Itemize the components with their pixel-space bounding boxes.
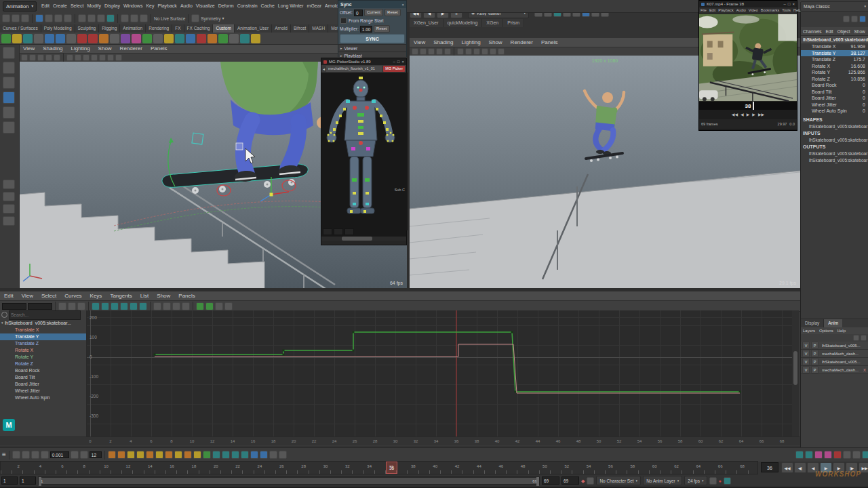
frame-playback-icon[interactable] xyxy=(205,302,214,310)
shelf-tab[interactable]: MASH xyxy=(309,24,328,33)
graph-menu-item[interactable]: Keys xyxy=(86,291,106,300)
tangent-step-icon[interactable] xyxy=(241,451,249,459)
channel-row[interactable]: Translate X 91.969 xyxy=(801,43,868,50)
sub-character-label[interactable]: Sub C xyxy=(395,188,405,192)
shelf-tab[interactable]: FX xyxy=(172,24,184,33)
shelf-icon[interactable] xyxy=(12,34,22,43)
close-icon[interactable]: × xyxy=(401,3,404,7)
output-node[interactable]: lhSkateboard_v005:skateboar xyxy=(801,157,868,164)
graph-area[interactable]: 200 100 0 -100 -200 -300 xyxy=(87,310,792,436)
graph-channel-row[interactable]: Board Tilt xyxy=(0,374,86,381)
channel-row[interactable]: Wheel Auto Spin 0 xyxy=(801,108,868,115)
frame-range-icon[interactable] xyxy=(862,451,868,459)
buffer-curve-icon[interactable] xyxy=(153,302,161,310)
clamped-tangent-icon[interactable] xyxy=(101,302,109,310)
shape-node[interactable]: lhSkateboard_v005:skateboar xyxy=(801,123,868,130)
graph-menu-item[interactable]: Edit xyxy=(0,291,18,300)
object-mode-icon[interactable] xyxy=(54,14,62,22)
shelf-tab[interactable]: Bifrost xyxy=(291,24,309,33)
plateau-tangent-icon[interactable] xyxy=(139,302,147,310)
swap-buffer-icon[interactable] xyxy=(163,302,171,310)
select-camera-icon[interactable] xyxy=(21,54,28,61)
menu-item[interactable]: Visualize xyxy=(194,0,216,12)
animation-start-field[interactable]: 1 xyxy=(1,476,18,485)
anim-layer-menu-item[interactable]: Options xyxy=(817,329,835,333)
lock-camera-icon[interactable] xyxy=(420,48,427,55)
zoom-timeline-icon[interactable] xyxy=(852,451,861,459)
video-menu-item[interactable]: Bookmarks xyxy=(760,7,781,14)
stacked-curves-icon[interactable] xyxy=(71,451,79,459)
select-tool-icon[interactable] xyxy=(3,47,15,59)
anim-layer-row[interactable]: V P mechaMech_dash... X xyxy=(801,366,868,374)
viewport-menu-item[interactable]: Show xyxy=(94,44,116,53)
multiplier-field[interactable]: 1.00 xyxy=(360,26,372,33)
menu-item[interactable]: Key xyxy=(144,0,156,12)
layer-visibility-toggle[interactable]: V xyxy=(802,358,810,365)
textured-icon[interactable] xyxy=(473,48,480,55)
current-time-marker[interactable]: 36 xyxy=(386,462,397,474)
playback-end-field[interactable]: 69 xyxy=(542,476,559,485)
attribute-editor-toggle-icon[interactable] xyxy=(843,16,850,22)
graph-channel-row[interactable]: Board Jitter xyxy=(0,381,86,388)
shelf-tab[interactable]: XGen xyxy=(482,19,503,27)
current-button[interactable]: Current xyxy=(364,9,383,16)
prev-key-button[interactable]: ◀| xyxy=(794,462,806,473)
viewport-menu-item[interactable]: View xyxy=(410,38,429,47)
layer-playback-toggle[interactable]: P xyxy=(811,350,818,357)
snap-grid-icon[interactable] xyxy=(78,14,86,22)
layout-single-pane-icon[interactable] xyxy=(3,180,15,189)
time-slider[interactable]: 2468101214161820222426283032343638404244… xyxy=(0,461,758,474)
menu-item[interactable]: Playback xyxy=(156,0,178,12)
step-field[interactable]: 12 xyxy=(90,451,102,458)
shelf-icon[interactable] xyxy=(56,34,65,43)
ik-handle-icon[interactable] xyxy=(260,451,268,459)
anim-layer-selector[interactable]: No Anim Layer ▾ xyxy=(643,476,682,485)
graph-channel-row[interactable]: Translate Z xyxy=(0,340,86,347)
channel-value[interactable]: 0 xyxy=(863,82,865,89)
viewport-menu-item[interactable]: Panels xyxy=(146,44,171,53)
mg-picker-button[interactable]: MG Picker xyxy=(383,66,405,72)
channel-value[interactable]: 0 xyxy=(863,108,865,115)
image-plane-icon[interactable] xyxy=(444,48,451,55)
close-icon[interactable]: × xyxy=(792,2,795,6)
goto-end-icon[interactable]: ▶▶ xyxy=(758,113,764,117)
maximize-icon[interactable]: □ xyxy=(397,60,400,64)
graph-menu-item[interactable]: Tangents xyxy=(106,291,136,300)
shelf-icon[interactable] xyxy=(175,34,184,43)
anim-layer-row[interactable]: V P lhSkateboard_v005... xyxy=(801,342,868,350)
shaded-icon[interactable] xyxy=(465,48,472,55)
select-camera-icon[interactable] xyxy=(412,48,418,55)
shelf-icon[interactable] xyxy=(1,34,11,43)
render-icon[interactable] xyxy=(130,14,138,22)
graph-channel-row[interactable]: Rotate Y xyxy=(0,354,86,361)
picker-field[interactable] xyxy=(323,228,332,235)
channel-row[interactable]: Translate Y 38.127 xyxy=(801,50,868,57)
insert-keys-icon[interactable] xyxy=(68,302,76,310)
tab-display[interactable]: Display xyxy=(801,319,824,327)
channel-box-menu-item[interactable]: Show xyxy=(852,29,867,34)
ghost-after-icon[interactable] xyxy=(117,451,125,459)
snap-keys-icon[interactable] xyxy=(12,451,20,459)
channel-value[interactable]: 16.608 xyxy=(851,63,865,70)
layout-persp-graph-icon[interactable] xyxy=(3,216,15,226)
construction-history-icon[interactable] xyxy=(121,14,129,22)
wireframe-icon[interactable] xyxy=(457,48,464,55)
channel-row[interactable]: Rotate Z 10.856 xyxy=(801,76,868,83)
character-set-selector[interactable]: No Character Set ▾ xyxy=(596,476,641,485)
bookmarks-icon[interactable] xyxy=(45,54,52,61)
viewport-menu-item[interactable]: Renderer xyxy=(116,44,146,53)
anim-layer-menu-item[interactable]: Help xyxy=(835,329,848,333)
shadows-icon[interactable] xyxy=(99,54,106,61)
graph-channel-row[interactable]: Wheel Auto Spin xyxy=(0,394,86,401)
channel-value[interactable]: 0 xyxy=(863,102,865,108)
shelf-tab[interactable]: Rendering xyxy=(146,24,172,33)
video-frame[interactable] xyxy=(699,14,797,102)
shelf-icon[interactable] xyxy=(142,34,152,43)
add-layer-from-selected-icon[interactable] xyxy=(861,335,867,341)
channel-value[interactable]: 0 xyxy=(863,95,865,102)
shelf-icon[interactable] xyxy=(23,34,33,43)
trail-options-icon[interactable] xyxy=(165,451,173,459)
menu-item[interactable]: Deform xyxy=(216,0,235,12)
channel-box-object-name[interactable]: lhSkateboard_v005:skateboard xyxy=(801,36,868,43)
open-scene-icon[interactable] xyxy=(12,14,20,22)
